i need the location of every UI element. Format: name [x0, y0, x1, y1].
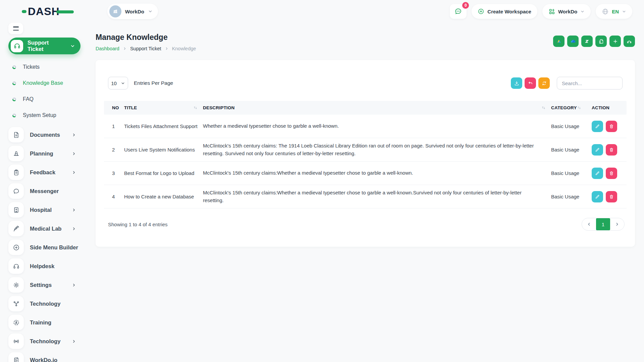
refresh-button[interactable] [538, 77, 550, 89]
menu-label: Side Menu Builder [30, 244, 86, 251]
edit-button[interactable] [592, 121, 603, 132]
page-title: Manage Knowledge [96, 33, 196, 42]
sidebar-item-technology[interactable]: Technology [8, 294, 86, 313]
pencil-icon [595, 171, 600, 176]
workspace-switcher[interactable]: WorkDo [107, 4, 158, 19]
submenu-label: Knowledge Base [23, 80, 63, 86]
sidebar-group-label: Support Ticket [28, 40, 66, 52]
support-ticket-submenu: Tickets Knowledge Base FAQ System Setup [8, 59, 86, 123]
grid-plus-icon [548, 8, 555, 15]
trash-icon [609, 171, 614, 176]
page-size-select[interactable]: 10 [108, 77, 128, 89]
sidebar-item-side-menu-builder[interactable]: Side Menu Builder [8, 238, 86, 257]
menu-label: Documents [30, 132, 66, 138]
cone-icon [8, 146, 24, 161]
menu-label: Settings [30, 282, 66, 288]
workspace-avatar [109, 5, 121, 17]
current-page-button[interactable]: 1 [596, 218, 610, 230]
breadcrumb-current: Knowledge [172, 46, 196, 51]
row-title: How to Create a new Database [124, 194, 203, 199]
showing-entries-text: Showing 1 to 4 of 4 entries [108, 222, 168, 227]
breadcrumb-support-ticket[interactable]: Support Ticket [130, 46, 161, 51]
column-header-no[interactable]: NO [104, 105, 124, 110]
app-menu-label: WorkDo [558, 9, 577, 14]
table-controls: 10 Entries Per Page [104, 77, 627, 89]
column-label: TITLE [124, 105, 137, 110]
column-header-description[interactable]: DESCRIPTION [203, 105, 551, 110]
delete-button[interactable] [606, 144, 617, 156]
sidebar-item-medical-lab[interactable]: Medical Lab [8, 219, 86, 238]
row-category: Basic Usage [551, 194, 586, 199]
table-row: 3 Best Format for Logo to Upload McClint… [104, 162, 627, 185]
breadcrumb-dashboard[interactable]: Dashboard [96, 46, 119, 51]
search-input[interactable] [557, 77, 623, 89]
page-header-actions [553, 36, 635, 47]
file-export-button[interactable] [595, 36, 607, 47]
edit-button[interactable] [592, 168, 603, 179]
column-label: CATEGORY [551, 105, 577, 110]
sort-icon[interactable] [577, 106, 581, 110]
page-header: Manage Knowledge Dashboard Support Ticke… [96, 33, 635, 51]
target-icon [8, 315, 24, 330]
sidebar-item-knowledge-base[interactable]: Knowledge Base [8, 75, 86, 91]
menu-label: Messenger [30, 188, 86, 194]
column-header-title[interactable]: TITLE [124, 105, 203, 110]
row-category: Basic Usage [551, 123, 586, 129]
trash-icon [609, 124, 614, 129]
chevron-right-icon [72, 208, 76, 212]
chevron-right-icon [72, 152, 76, 156]
sidebar-item-settings[interactable]: Settings [8, 276, 86, 294]
sidebar-item-planning[interactable]: Planning [8, 144, 86, 163]
export-button[interactable] [511, 77, 522, 89]
undo-button[interactable] [525, 77, 536, 89]
delete-button[interactable] [606, 191, 617, 202]
zendesk-button[interactable] [581, 36, 593, 47]
bullet-icon [12, 65, 16, 69]
menu-label: Helpdesk [30, 263, 86, 269]
sidebar-item-support-ticket[interactable]: Support Ticket [8, 38, 80, 54]
sidebar-item-system-setup[interactable]: System Setup [8, 107, 86, 123]
create-workspace-button[interactable]: Create Workspace [472, 4, 537, 19]
building-icon [112, 8, 119, 15]
delete-button[interactable] [606, 168, 617, 179]
sidebar-item-technology-2[interactable]: Technology [8, 332, 86, 351]
sidebar-item-feedback[interactable]: Feedback [8, 163, 86, 182]
menu-label: WorkDo.io [30, 357, 86, 362]
edit-button[interactable] [592, 191, 603, 202]
google-drive-button[interactable] [553, 36, 565, 47]
delete-button[interactable] [606, 121, 617, 132]
sidebar-item-messenger[interactable]: Messenger [8, 182, 86, 200]
menu-label: Training [30, 319, 86, 326]
next-page-button[interactable] [610, 218, 624, 230]
row-description: McClintock's 15th century claims:Whether… [203, 189, 551, 204]
table-header-row: NO TITLE DESCRIPTION CATEGORY ACTION [104, 101, 627, 115]
sidebar-item-documents[interactable]: Documents [8, 125, 86, 144]
sidebar-item-training[interactable]: Training [8, 313, 86, 332]
menu-toggle-button[interactable] [8, 23, 23, 34]
sidebar-item-hospital[interactable]: Hospital [8, 200, 86, 219]
bullet-icon [12, 114, 16, 117]
edit-button[interactable] [592, 144, 603, 156]
app-menu-button[interactable]: WorkDo [542, 4, 591, 19]
sidebar-item-helpdesk[interactable]: Helpdesk [8, 257, 86, 276]
broadcast-icon [8, 334, 24, 349]
column-header-category[interactable]: CATEGORY [551, 105, 586, 110]
menu-label: Technology [30, 338, 66, 345]
topbar-actions: 0 Create Workspace WorkDo EN [450, 4, 632, 19]
logo-dash-icon [56, 10, 74, 13]
column-header-action: ACTION [586, 105, 627, 110]
onedrive-button[interactable] [567, 36, 579, 47]
sort-icon[interactable] [193, 106, 198, 110]
chevron-right-icon [72, 133, 76, 137]
messages-button[interactable]: 0 [450, 4, 467, 19]
language-selector[interactable]: EN [596, 4, 632, 19]
menu-label: Hospital [30, 207, 66, 213]
add-button[interactable] [609, 36, 621, 47]
sort-icon[interactable] [541, 106, 546, 110]
previous-page-button[interactable] [582, 218, 596, 230]
sidebar-item-workdo-io[interactable]: WorkDo.io [8, 351, 86, 362]
sidebar-item-tickets[interactable]: Tickets [8, 59, 86, 75]
integration-button[interactable] [624, 36, 635, 47]
headset-icon [8, 258, 24, 274]
sidebar-item-faq[interactable]: FAQ [8, 91, 86, 107]
